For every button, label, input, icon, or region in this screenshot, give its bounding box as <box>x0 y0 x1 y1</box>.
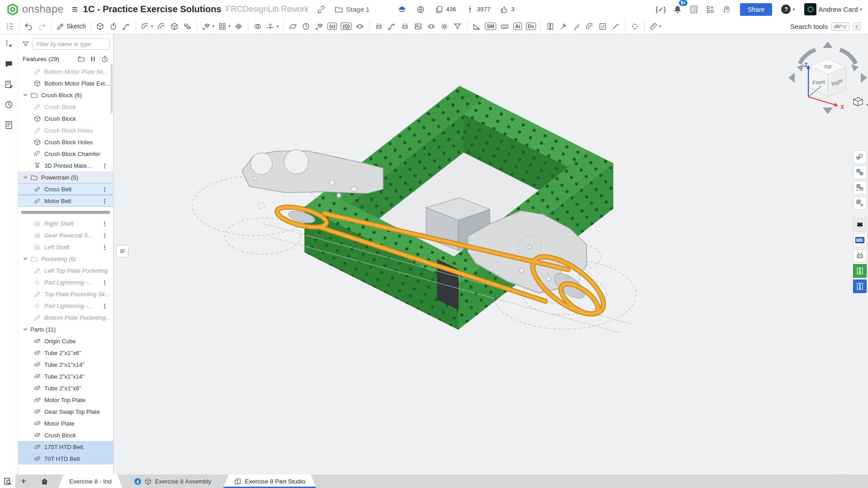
feature-row[interactable]: Crush Block Chamfer <box>18 148 113 160</box>
suppress-dots-icon[interactable]: ⋮ <box>102 198 108 204</box>
onshape-logo[interactable]: onshape <box>6 3 64 16</box>
tab-exercise-8-part-studio[interactable]: Exercise 8 Part Studio <box>223 474 316 488</box>
tab-exercise-8-ind[interactable]: Exercise 8 - Ind <box>58 474 123 488</box>
suppress-dots-icon[interactable]: ⋮ <box>102 232 108 238</box>
feature-dialog-handle[interactable] <box>116 245 128 257</box>
corner-break-tool[interactable] <box>583 20 596 33</box>
sweep-tool[interactable] <box>120 20 133 33</box>
library-blue-app-button[interactable] <box>853 280 867 293</box>
sheet-metal-tool[interactable]: SM <box>484 20 498 33</box>
insert-item-rail-button[interactable] <box>4 39 14 48</box>
history-rail-button[interactable] <box>4 100 14 109</box>
home-tab[interactable] <box>32 474 57 488</box>
parts-header-row[interactable]: Parts (11) <box>18 323 113 335</box>
pattern-tool[interactable]: ▾ <box>217 20 232 33</box>
part-row[interactable]: Tube 2"x1"x14" <box>18 359 113 370</box>
fillet-tool[interactable]: ▾ <box>139 20 155 33</box>
pause-updates-button[interactable] <box>89 55 97 63</box>
design-studio-tool[interactable]: Ds <box>525 20 537 33</box>
rebuild-timer-button[interactable] <box>101 55 109 63</box>
rollback-bar[interactable] <box>21 211 110 214</box>
part-row[interactable]: Gear Swap Top Plate <box>18 406 113 417</box>
feature-row[interactable]: Top Plate Pocketing Sk... <box>18 288 113 300</box>
document-title[interactable]: 1C - Practice Exercise Solutions <box>83 4 222 14</box>
feature-list-toggle-tool[interactable] <box>4 20 16 33</box>
notifications-button[interactable]: 9+ <box>671 3 683 16</box>
mkcad-app-button[interactable]: MK <box>853 233 867 247</box>
viewcube-front-label[interactable]: Front <box>812 79 825 86</box>
suppress-dots-icon[interactable]: ⋮ <box>102 303 108 309</box>
part-row[interactable]: 70T HTD Belt <box>18 453 113 464</box>
feature-row[interactable]: Crush Block <box>18 101 113 113</box>
suppress-dots-icon[interactable]: ⋮ <box>102 221 108 227</box>
view-center-tool[interactable] <box>629 20 641 33</box>
chevron-down-icon[interactable] <box>23 327 28 332</box>
split-part-tool[interactable] <box>557 20 569 33</box>
part-row[interactable]: Tube 2"x1"x6" <box>18 347 113 359</box>
education-button[interactable] <box>398 5 407 14</box>
documentation-tool[interactable] <box>544 20 556 33</box>
feature-row[interactable]: 3D Printed Mate...⋮ <box>18 160 113 171</box>
suppress-dots-icon[interactable]: ⋮ <box>102 186 108 192</box>
part-row[interactable]: Crush Block <box>18 429 113 441</box>
mate-connector-tool[interactable] <box>354 20 366 33</box>
feature-row[interactable]: Cross Belt⋮ <box>18 183 113 195</box>
chamfer-tool[interactable] <box>155 20 167 33</box>
create-folder-button[interactable] <box>77 55 85 63</box>
chevron-down-icon[interactable] <box>23 92 28 98</box>
ai-advisor-tool[interactable]: Ai <box>512 20 524 33</box>
custom-feature-3-tool[interactable] <box>399 20 411 33</box>
plane-tool[interactable] <box>287 20 299 33</box>
feature-row[interactable]: Crush Block Holes <box>18 136 113 148</box>
boolean-tool[interactable] <box>251 20 264 33</box>
named-views-button[interactable] <box>853 166 867 179</box>
folder-row[interactable]: Pocketing (6) <box>18 253 113 265</box>
library-green-app-button[interactable] <box>853 264 867 278</box>
share-button[interactable]: Share <box>740 3 772 16</box>
comments-rail-button[interactable] <box>4 59 14 69</box>
variable-tool[interactable]: (x) <box>326 20 338 33</box>
feature-row[interactable]: Left Shaft⋮ <box>18 241 113 253</box>
folder-row[interactable]: Powertrain (5) <box>18 171 113 183</box>
robot-app-button[interactable] <box>853 249 867 262</box>
likes-stat[interactable]: 3 <box>500 5 514 14</box>
model-viewport[interactable]: Top Front Right Z X <box>114 34 868 474</box>
triangle-tool[interactable] <box>470 20 483 33</box>
decal-tool[interactable] <box>412 20 424 33</box>
feature-row[interactable]: Crush Block <box>18 113 113 124</box>
filter-input[interactable] <box>33 38 109 50</box>
curve-tool-tool[interactable] <box>610 20 622 33</box>
chevron-down-icon[interactable] <box>23 256 28 261</box>
add-tab-button[interactable]: + <box>15 474 32 488</box>
feature-row[interactable]: Part Lightening -...⋮ <box>18 276 113 288</box>
hardware-tool[interactable] <box>498 20 511 33</box>
section-view-button[interactable] <box>853 181 867 194</box>
helix-tool[interactable] <box>300 20 312 33</box>
loft-tool[interactable] <box>181 20 194 33</box>
sketch-tool[interactable]: Sketch <box>55 20 87 33</box>
variable-table-tool[interactable]: (Q) <box>339 20 353 33</box>
tab-exercise-8-assembly[interactable]: Exercise 8 Assembly <box>123 474 223 488</box>
featurescript-notices-button[interactable]: {✓} <box>654 3 667 16</box>
copies-stat[interactable]: 436 <box>435 5 456 14</box>
part-row[interactable]: Motor Plate <box>18 417 113 429</box>
transform-tool[interactable] <box>313 20 325 33</box>
help-menu-button[interactable]: ? ▾ <box>780 3 796 16</box>
suppress-dots-icon[interactable]: ⋮ <box>102 244 108 250</box>
hide-entities-button[interactable] <box>853 196 867 210</box>
toolbox-tool[interactable] <box>425 20 437 33</box>
copy-link-button[interactable] <box>315 3 327 16</box>
part-row[interactable]: Tube 2"x1"x14" <box>18 370 113 382</box>
suppress-dots-icon[interactable]: ⋮ <box>102 280 108 285</box>
part-row[interactable]: Origin Cube <box>18 335 113 347</box>
butterfly-app-button[interactable] <box>853 218 867 232</box>
suppress-dots-icon[interactable]: ⋮ <box>102 163 108 169</box>
view-mode-button[interactable] <box>854 98 868 106</box>
appearance-panel-button[interactable] <box>853 150 867 164</box>
extrude-tool[interactable] <box>94 20 106 33</box>
app-store-button[interactable] <box>704 3 716 16</box>
feature-row[interactable]: Right Shaft⋮ <box>18 218 113 229</box>
measure-tool[interactable]: ▾ <box>648 20 663 33</box>
thicken-tool[interactable] <box>168 20 180 33</box>
view-cube[interactable]: Top Front Right Z X <box>785 39 868 117</box>
